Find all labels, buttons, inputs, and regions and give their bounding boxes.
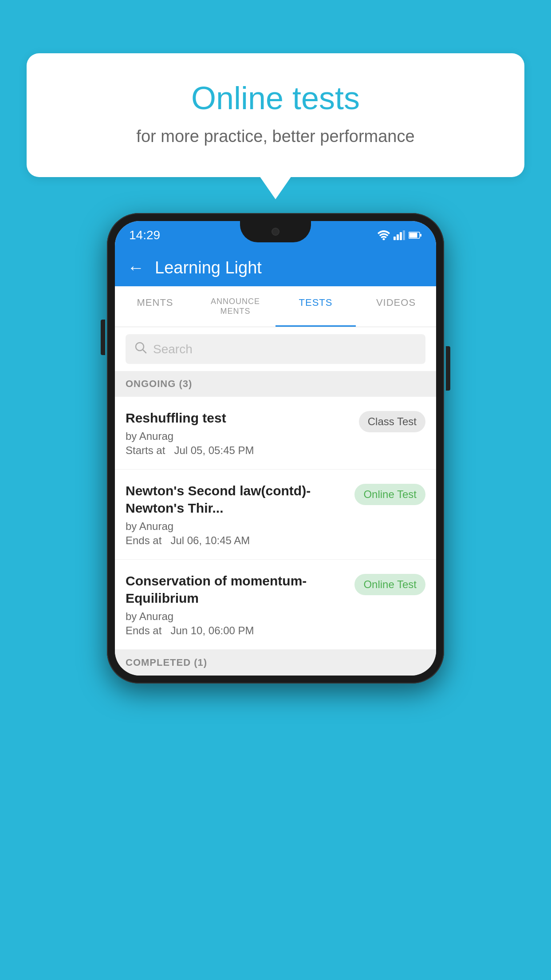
test-name-3: Conservation of momentum-Equilibrium [126, 572, 347, 607]
tabs-bar: MENTS ANNOUNCEMENTS TESTS VIDEOS [115, 286, 436, 327]
test-time-1: Starts at Jul 05, 05:45 PM [126, 444, 352, 457]
search-box[interactable]: Search [126, 334, 425, 364]
battery-icon [409, 231, 422, 240]
svg-rect-2 [397, 234, 399, 240]
test-name-2: Newton's Second law(contd)-Newton's Thir… [126, 482, 347, 517]
test-info-2: Newton's Second law(contd)-Newton's Thir… [126, 482, 347, 547]
svg-rect-6 [409, 233, 417, 238]
phone-outer: 14:29 [107, 213, 444, 684]
svg-rect-4 [403, 230, 405, 240]
test-author-1: by Anurag [126, 430, 352, 443]
wifi-icon [378, 230, 390, 240]
test-time-3: Ends at Jun 10, 06:00 PM [126, 624, 347, 637]
signal-icon [394, 230, 405, 240]
test-list: Reshuffling test by Anurag Starts at Jul… [115, 397, 436, 650]
camera-dot [272, 228, 279, 236]
phone-wrapper: 14:29 [107, 213, 444, 684]
status-bar: 14:29 [115, 221, 436, 249]
test-time-2: Ends at Jul 06, 10:45 AM [126, 534, 347, 547]
test-author-3: by Anurag [126, 610, 347, 623]
status-icons [378, 230, 422, 240]
app-title: Learning Light [155, 258, 262, 277]
test-badge-1: Class Test [359, 411, 425, 432]
test-item-3[interactable]: Conservation of momentum-Equilibrium by … [115, 560, 436, 650]
test-info-1: Reshuffling test by Anurag Starts at Jul… [126, 409, 352, 457]
tab-announcements[interactable]: ANNOUNCEMENTS [195, 286, 276, 327]
back-button[interactable]: ← [127, 258, 144, 277]
test-item-1[interactable]: Reshuffling test by Anurag Starts at Jul… [115, 397, 436, 470]
svg-rect-1 [394, 237, 396, 240]
svg-rect-3 [400, 232, 402, 240]
svg-rect-7 [420, 234, 421, 237]
completed-section-header: COMPLETED (1) [115, 650, 436, 676]
status-time: 14:29 [129, 228, 160, 242]
test-item-2[interactable]: Newton's Second law(contd)-Newton's Thir… [115, 470, 436, 560]
search-container: Search [115, 327, 436, 371]
speech-bubble-area: Online tests for more practice, better p… [27, 53, 524, 177]
test-info-3: Conservation of momentum-Equilibrium by … [126, 572, 347, 637]
svg-point-0 [383, 238, 385, 241]
tab-tests[interactable]: TESTS [276, 286, 356, 327]
ongoing-section-header: ONGOING (3) [115, 371, 436, 397]
svg-line-9 [143, 350, 146, 353]
search-icon [134, 341, 147, 357]
speech-bubble: Online tests for more practice, better p… [27, 53, 524, 177]
test-name-1: Reshuffling test [126, 409, 352, 427]
bubble-subtitle: for more practice, better performance [62, 127, 489, 146]
tab-ments[interactable]: MENTS [115, 286, 195, 327]
test-badge-2: Online Test [354, 484, 425, 505]
search-placeholder: Search [153, 342, 193, 356]
bubble-title: Online tests [62, 80, 489, 116]
tab-videos[interactable]: VIDEOS [356, 286, 436, 327]
notch [240, 221, 311, 242]
test-badge-3: Online Test [354, 574, 425, 595]
test-author-2: by Anurag [126, 520, 347, 533]
app-header: ← Learning Light [115, 249, 436, 286]
search-icon-svg [134, 341, 147, 354]
phone-screen: 14:29 [115, 221, 436, 676]
